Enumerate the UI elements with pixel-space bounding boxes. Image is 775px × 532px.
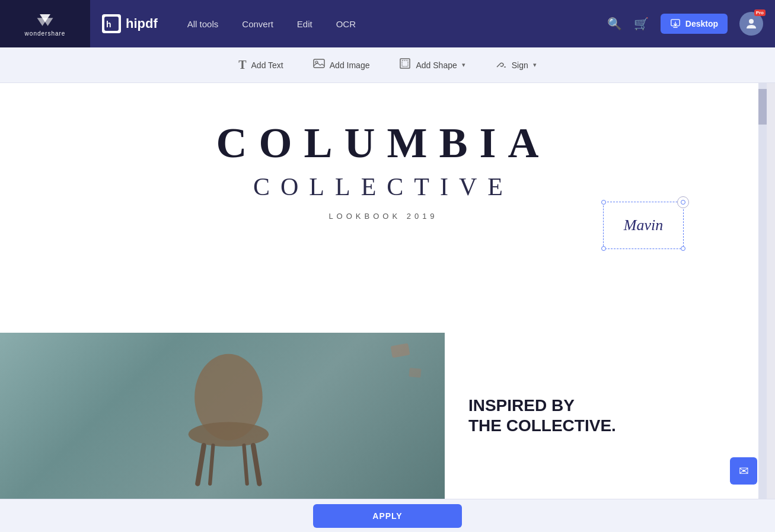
pdf-title-main: COLUMBIA bbox=[0, 119, 767, 168]
pdf-title-section: COLUMBIA COLLECTIVE LOOKBOOK 2019 bbox=[0, 83, 767, 221]
photo-placeholder bbox=[0, 333, 445, 499]
text-tool-icon: T bbox=[238, 58, 246, 72]
shape-tool-icon bbox=[399, 58, 411, 72]
hipdf-label: hipdf bbox=[126, 16, 158, 31]
photo-section: INSPIRED BY THE COLLECTIVE. bbox=[0, 333, 767, 499]
wondershare-brand[interactable]: wondershare bbox=[0, 0, 90, 47]
sign-tool[interactable]: Sign ▾ bbox=[495, 58, 537, 72]
chat-email-button[interactable]: ✉ bbox=[730, 457, 757, 485]
cart-icon[interactable]: 🛒 bbox=[634, 17, 649, 31]
signature-text: Mavin bbox=[624, 216, 663, 234]
scrollbar-track[interactable] bbox=[758, 83, 767, 499]
signature-handle-bottomright[interactable] bbox=[681, 246, 685, 251]
pdf-canvas: COLUMBIA COLLECTIVE LOOKBOOK 2019 × Mavi… bbox=[0, 83, 767, 499]
add-image-tool[interactable]: Add Image bbox=[313, 58, 370, 72]
add-text-tool[interactable]: T Add Text bbox=[238, 58, 283, 72]
image-tool-icon bbox=[313, 58, 325, 72]
apply-button[interactable]: APPLY bbox=[313, 504, 461, 528]
svg-line-18 bbox=[210, 445, 213, 484]
svg-line-19 bbox=[244, 445, 247, 484]
sign-dropdown-arrow[interactable]: ▾ bbox=[533, 61, 537, 69]
svg-point-15 bbox=[189, 422, 269, 447]
scrollbar-thumb[interactable] bbox=[758, 89, 767, 125]
inspired-line1: INSPIRED BY bbox=[468, 396, 743, 416]
hipdf-icon: h bbox=[102, 14, 121, 33]
nav-all-tools[interactable]: All tools bbox=[187, 19, 219, 29]
pro-badge: Pro bbox=[754, 9, 766, 16]
nav-edit[interactable]: Edit bbox=[297, 19, 312, 29]
add-text-label: Add Text bbox=[251, 60, 283, 70]
shape-dropdown-arrow[interactable]: ▾ bbox=[462, 61, 465, 69]
nav-convert[interactable]: Convert bbox=[242, 19, 273, 29]
signature-overlay[interactable]: × Mavin bbox=[603, 202, 684, 249]
navbar: wondershare h hipdf All tools Convert Ed… bbox=[0, 0, 775, 47]
hipdf-brand[interactable]: h hipdf bbox=[90, 14, 170, 33]
wondershare-label: wondershare bbox=[25, 30, 66, 37]
desktop-button[interactable]: Desktop bbox=[661, 14, 728, 34]
email-icon: ✉ bbox=[739, 464, 749, 478]
sign-tool-icon bbox=[495, 58, 507, 72]
nav-links: All tools Convert Edit OCR bbox=[170, 19, 607, 29]
inspired-line2: THE COLLECTIVE. bbox=[468, 416, 743, 436]
search-icon[interactable]: 🔍 bbox=[607, 17, 622, 31]
signature-handle-bottomleft[interactable] bbox=[601, 246, 606, 251]
wondershare-logo-icon bbox=[34, 11, 56, 28]
add-image-label: Add Image bbox=[330, 60, 370, 70]
nav-actions: 🔍 🛒 Desktop Pro bbox=[607, 12, 775, 36]
add-shape-tool[interactable]: Add Shape ▾ bbox=[399, 58, 465, 72]
desktop-download-icon bbox=[670, 18, 681, 29]
svg-rect-9 bbox=[314, 59, 324, 68]
apply-bar: APPLY bbox=[0, 499, 775, 532]
chair-illustration bbox=[157, 342, 288, 490]
add-shape-label: Add Shape bbox=[416, 60, 457, 70]
photo-right: INSPIRED BY THE COLLECTIVE. bbox=[445, 333, 767, 499]
signature-handle-topleft[interactable] bbox=[601, 200, 606, 205]
svg-line-16 bbox=[197, 445, 203, 484]
pdf-title-sub: COLLECTIVE bbox=[0, 173, 767, 201]
svg-text:h: h bbox=[106, 20, 111, 29]
svg-rect-11 bbox=[400, 59, 410, 68]
svg-line-17 bbox=[253, 445, 259, 484]
desktop-button-label: Desktop bbox=[685, 19, 718, 28]
svg-point-8 bbox=[749, 19, 754, 24]
sign-label: Sign bbox=[512, 60, 528, 70]
svg-rect-12 bbox=[402, 60, 408, 66]
content-area: COLUMBIA COLLECTIVE LOOKBOOK 2019 × Mavi… bbox=[0, 83, 775, 499]
nav-ocr[interactable]: OCR bbox=[336, 19, 356, 29]
user-avatar[interactable]: Pro bbox=[739, 12, 763, 36]
toolbar: T Add Text Add Image Add Shape ▾ bbox=[0, 47, 775, 83]
photo-left bbox=[0, 333, 445, 499]
user-icon bbox=[744, 17, 758, 31]
signature-handle-topright[interactable] bbox=[681, 200, 685, 205]
